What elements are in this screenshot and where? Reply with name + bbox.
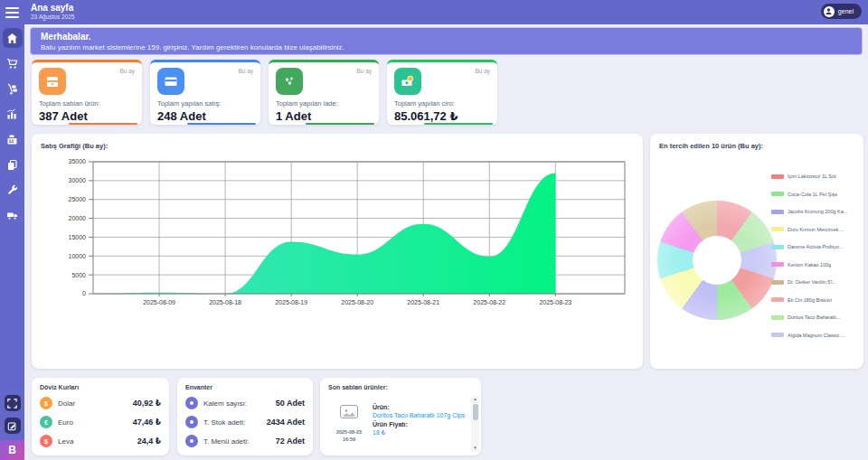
svg-text:2025-08-20: 2025-08-20 <box>341 299 373 305</box>
sidebar-item-documents[interactable] <box>3 155 23 174</box>
package-icon <box>39 68 66 95</box>
currency-label: Dolar <box>58 399 75 408</box>
currency-label: Euro <box>58 418 73 427</box>
money-icon <box>394 68 421 95</box>
sidebar-item-tools[interactable] <box>3 180 23 200</box>
legend-item[interactable]: Coca-Cola 1L Pet Şişe <box>771 192 856 197</box>
welcome-message: Batu yazılım market sistemlerine 159. gi… <box>41 43 852 52</box>
sidebar-item-cart[interactable] <box>3 53 23 73</box>
legend-swatch <box>771 280 784 285</box>
legend-swatch <box>771 210 784 214</box>
wrench-icon <box>6 184 18 196</box>
legend-label: Dr. Oetker Vanilin 5'l... <box>788 279 836 285</box>
dollar-icon: $ <box>40 397 52 409</box>
stat-label: Toplam yapılan iade: <box>276 99 372 108</box>
product-name-link[interactable]: Doritos Taco Baharatlı 107g Cips <box>373 412 468 418</box>
scrollbar[interactable]: ▲ ▼ <box>471 396 479 452</box>
currency-row-dolar: $ Dolar 40,92 ₺ <box>40 397 161 409</box>
svg-text:30000: 30000 <box>69 177 87 183</box>
accent-underline <box>306 123 374 125</box>
scrollbar-thumb[interactable] <box>473 404 478 420</box>
legend-item[interactable]: Algida Magnum Classic ... <box>771 333 856 338</box>
period-badge: Bu ay <box>475 68 490 74</box>
currency-value: 40,92 ₺ <box>133 399 161 408</box>
legend-item[interactable]: İçim Laktozsuz 1L Süt <box>771 174 856 179</box>
sidebar-item-delivery[interactable] <box>3 205 23 225</box>
stat-card-revenue[interactable]: Bu ay Toplam yapılan ciro: 85.061,72 ₺ <box>387 60 497 125</box>
legend-item[interactable]: Eti Cin 180g Bisküvi <box>771 297 856 303</box>
legend-swatch <box>771 333 784 337</box>
dashboard-screen: B Ana sayfa 23 Ağustos 2025 genel Merhab… <box>0 0 868 460</box>
last-sold-card: Son satılan ürünler: 2025-08-23 16:59 Ür… <box>320 378 481 455</box>
period-badge: Bu ay <box>238 68 253 74</box>
svg-text:2025-08-19: 2025-08-19 <box>275 299 307 305</box>
legend-label: Danone Activia Probiyo... <box>788 244 843 249</box>
svg-text:2025-08-22: 2025-08-22 <box>473 299 505 305</box>
scroll-up-arrow[interactable]: ▲ <box>471 396 479 403</box>
price-label: Ürün Fiyatı: <box>373 421 468 427</box>
user-menu-label: genel <box>838 8 854 14</box>
currency-label: Leva <box>58 437 73 446</box>
svg-text:2025-08-09: 2025-08-09 <box>143 299 175 305</box>
product-price-link[interactable]: 18 ₺ <box>373 429 468 437</box>
svg-text:2025-08-21: 2025-08-21 <box>407 299 439 305</box>
stat-card-sold-products[interactable]: Bu ay Toplam satılan ürün: 387 Adet <box>32 60 142 125</box>
legend-label: Jacobs Kronung 200g Ka... <box>788 209 847 214</box>
sold-timestamp: 2025-08-23 16:59 <box>326 428 373 444</box>
stat-card-returns[interactable]: Bu ay Toplam yapılan iade: 1 Adet <box>269 60 379 125</box>
return-items-icon <box>276 68 303 95</box>
stat-value: 85.061,72 ₺ <box>394 109 490 123</box>
leva-icon: $ <box>40 435 52 447</box>
accent-underline <box>187 123 256 125</box>
legend-item[interactable]: Dr. Oetker Vanilin 5'l... <box>771 279 856 285</box>
stat-cards-row: Bu ay Toplam satılan ürün: 387 Adet Bu a… <box>32 60 497 125</box>
legend-label: Duru Kırmızı Mercimek ... <box>788 227 844 232</box>
sidebar-item-reports[interactable] <box>3 104 23 124</box>
svg-text:5000: 5000 <box>71 272 86 278</box>
legend-swatch <box>771 315 784 320</box>
legend-swatch <box>771 174 784 179</box>
legend-swatch <box>771 192 784 196</box>
edit-note-button[interactable] <box>5 418 21 434</box>
legend-item[interactable]: Duru Kırmızı Mercimek ... <box>771 227 856 232</box>
scroll-down-arrow[interactable]: ▼ <box>471 445 479 452</box>
fullscreen-button[interactable] <box>5 395 21 411</box>
fullscreen-icon <box>7 399 17 408</box>
legend-label: İçim Laktozsuz 1L Süt <box>788 174 836 179</box>
last-sold-list[interactable]: 2025-08-23 16:59 Ürün: Doritos Taco Baha… <box>326 398 468 451</box>
user-menu-button[interactable]: genel <box>821 4 862 19</box>
last-sold-item: 2025-08-23 16:59 Ürün: Doritos Taco Baha… <box>326 401 468 444</box>
inventory-dot-icon <box>185 397 198 409</box>
inventory-dot-icon <box>185 416 198 428</box>
top-products-panel: En tercih edilen 10 ürün (Bu ay): İçim L… <box>650 134 863 369</box>
app-logo[interactable]: B <box>0 440 24 460</box>
legend-swatch <box>771 227 784 231</box>
legend-item[interactable]: Doritos Taco Baharatlı... <box>771 314 856 320</box>
stat-card-sales[interactable]: Bu ay Toplam yapılan satış: 248 Adet <box>150 60 260 125</box>
period-badge: Bu ay <box>119 68 135 74</box>
svg-text:0: 0 <box>82 290 86 296</box>
legend-swatch <box>771 245 784 249</box>
shopping-cart-icon <box>6 58 18 70</box>
currency-rates-card: Döviz Kurları $ Dolar 40,92 ₺ € Euro 47,… <box>32 378 169 455</box>
stat-label: Toplam yapılan ciro: <box>394 99 490 108</box>
legend-item[interactable]: Kenton Kakao 100g <box>771 262 856 268</box>
sidebar-item-handtruck[interactable] <box>3 79 23 99</box>
sales-area-chart[interactable]: 050001000015000200002500030000350002025-… <box>37 157 637 311</box>
currency-card-title: Döviz Kurları <box>40 384 161 390</box>
legend-item[interactable]: Danone Activia Probiyo... <box>771 244 856 249</box>
inventory-label: T. Menü adeti: <box>203 437 249 446</box>
truck-icon <box>6 210 18 221</box>
edit-note-icon <box>7 421 17 431</box>
sidebar-item-home[interactable] <box>3 28 23 48</box>
sidebar-item-register[interactable] <box>3 129 23 149</box>
legend-item[interactable]: Jacobs Kronung 200g Ka... <box>771 209 856 214</box>
legend-label: Doritos Taco Baharatlı... <box>788 314 841 320</box>
hamburger-menu-icon[interactable] <box>5 7 19 18</box>
legend-label: Coca-Cola 1L Pet Şişe <box>788 192 837 197</box>
legend-swatch <box>771 297 784 302</box>
sidebar: B <box>0 0 24 460</box>
svg-text:20000: 20000 <box>69 215 87 221</box>
euro-icon: € <box>40 416 52 428</box>
inventory-value: 2434 Adet <box>267 418 305 427</box>
